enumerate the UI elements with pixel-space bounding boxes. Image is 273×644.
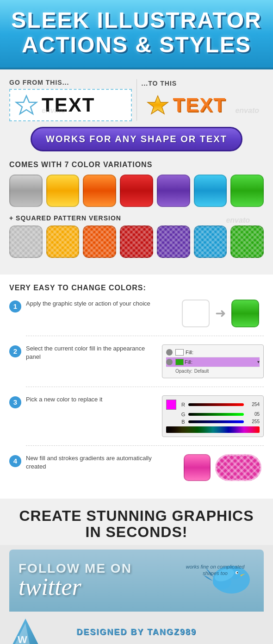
to-text: TEXT bbox=[173, 94, 226, 116]
cp-r-label: R bbox=[180, 402, 186, 407]
from-label: GO FROM THIS... bbox=[9, 79, 132, 86]
stunning-title: CREATE STUNNING GRAPHICS IN SECONDS! bbox=[9, 508, 264, 540]
bottom-section: W DESIGNED BY TANGZ989 bbox=[0, 612, 273, 644]
swatch-pattern-purple bbox=[157, 225, 190, 258]
twitter-content-row: FOLLOW ME ON twitter bbox=[19, 559, 254, 602]
swatch-gray bbox=[9, 175, 43, 207]
ap-eye-2 bbox=[166, 359, 173, 365]
swatch-pattern-green bbox=[230, 225, 264, 258]
step-2-text: Select the current color fill in the app… bbox=[26, 344, 157, 361]
step-2-text-col: Select the current color fill in the app… bbox=[26, 344, 162, 361]
pink-square bbox=[184, 454, 211, 481]
step-2-image: Fill: Fill: ▾ Opacity: Default bbox=[162, 344, 264, 378]
cp-g-slider bbox=[188, 413, 244, 416]
step-3-text: Pick a new color to replace it bbox=[26, 395, 157, 404]
star-gold-icon bbox=[146, 94, 169, 117]
header-title: SLEEK ILLUSTRATOR ACTIONS & STYLES bbox=[9, 8, 264, 57]
swatch-pattern-orange bbox=[83, 225, 116, 258]
svg-marker-0 bbox=[16, 96, 37, 114]
step-1-text-col: Apply the graphic style or action of you… bbox=[26, 300, 162, 308]
ap-row-2[interactable]: Fill: ▾ bbox=[166, 357, 260, 367]
appearance-panel: Fill: Fill: ▾ Opacity: Default bbox=[162, 344, 264, 378]
to-section: ...TO THIS TEXT bbox=[142, 80, 264, 120]
cp-b-label: B bbox=[180, 419, 186, 425]
step-divider-3 bbox=[26, 445, 264, 446]
ap-fill-box-1 bbox=[175, 349, 184, 356]
from-section: GO FROM THIS... TEXT bbox=[9, 79, 132, 121]
cp-row-g: G 05 bbox=[166, 412, 260, 417]
star-outline-icon bbox=[15, 94, 38, 117]
ap-opacity-label: Opacity: bbox=[175, 369, 192, 374]
cp-b-value: 255 bbox=[247, 419, 260, 424]
ap-label-2: Fill: bbox=[185, 359, 257, 365]
step-4-number: 4 bbox=[9, 455, 21, 467]
designed-by-text: DESIGNED BY TANGZ989 bbox=[76, 627, 196, 637]
green-square bbox=[231, 300, 259, 327]
pink-pattern-rect bbox=[215, 454, 261, 481]
stunning-section: CREATE STUNNING GRAPHICS IN SECONDS! bbox=[0, 499, 273, 545]
to-label: ...TO THIS bbox=[142, 80, 264, 87]
step-1-text: Apply the graphic style or action of you… bbox=[26, 300, 157, 308]
step-1-row: 1 Apply the graphic style or action of y… bbox=[9, 300, 264, 327]
cp-rainbow-bar bbox=[166, 426, 260, 433]
step-1-number: 1 bbox=[9, 300, 21, 313]
step-2-number: 2 bbox=[9, 345, 21, 357]
header-title-line1: SLEEK ILLUSTRATOR bbox=[11, 8, 262, 32]
cp-r-value: 254 bbox=[247, 402, 260, 407]
twitter-section: FOLLOW ME ON twitter bbox=[9, 550, 264, 612]
twitter-bird-col: works fine on complicated shapes too bbox=[204, 559, 254, 602]
to-content: TEXT bbox=[142, 90, 264, 120]
swatch-red bbox=[120, 175, 153, 207]
ap-dropdown: ▾ bbox=[257, 359, 260, 364]
shape-button[interactable]: WORKS FOR ANY SHAPE OR TEXT bbox=[31, 127, 242, 151]
cp-g-label: G bbox=[180, 412, 186, 417]
color-swatches bbox=[9, 175, 264, 207]
step-1-image: ➜ bbox=[162, 300, 264, 327]
ap-row-1: Fill: bbox=[166, 348, 260, 357]
header-title-line2: ACTIONS & STYLES bbox=[22, 32, 251, 57]
bottom-logo-icon: W bbox=[9, 616, 42, 644]
twitter-logo-text[interactable]: twitter bbox=[19, 575, 204, 599]
step-3-text-col: Pick a new color to replace it bbox=[26, 395, 162, 404]
step4-visual bbox=[162, 454, 264, 481]
step-3-row: 3 Pick a new color to replace it R 254 G… bbox=[9, 395, 264, 437]
ap-label-1: Fill: bbox=[186, 350, 260, 355]
step-2-row: 2 Select the current color fill in the a… bbox=[9, 344, 264, 378]
swatch-pattern-gray bbox=[9, 225, 43, 258]
step-divider-2 bbox=[26, 387, 264, 387]
shape-button-wrap: WORKS FOR ANY SHAPE OR TEXT bbox=[9, 127, 264, 151]
header: SLEEK ILLUSTRATOR ACTIONS & STYLES bbox=[0, 0, 273, 69]
step-4-text: New fill and strokes gradients are autom… bbox=[26, 454, 157, 471]
white-square bbox=[182, 300, 210, 327]
from-to-section: GO FROM THIS... TEXT ...TO THIS bbox=[9, 79, 264, 121]
twitter-follow-text: FOLLOW ME ON bbox=[19, 562, 204, 575]
from-content: TEXT bbox=[9, 89, 132, 121]
ap-fill-green bbox=[175, 359, 184, 365]
colors-title: COMES WITH 7 COLOR VARIATIONS bbox=[9, 161, 264, 169]
step-divider-1 bbox=[26, 336, 264, 336]
cp-row-r: R 254 bbox=[166, 400, 260, 410]
swatch-blue bbox=[194, 175, 227, 207]
swatch-pattern-red bbox=[120, 225, 153, 258]
cp-color-preview bbox=[166, 400, 176, 410]
from-text: TEXT bbox=[42, 94, 95, 116]
step1-visual: ➜ bbox=[162, 300, 264, 327]
pattern-label: + SQUARED PATTERN VERSION bbox=[9, 214, 264, 222]
svg-marker-1 bbox=[148, 96, 168, 114]
cp-b-slider bbox=[188, 420, 244, 423]
easy-title: VERY EASY TO CHANGE COLORS: bbox=[9, 284, 264, 292]
swatch-orange bbox=[83, 175, 116, 207]
twitter-text-col: FOLLOW ME ON twitter bbox=[19, 562, 204, 599]
color-picker-panel: R 254 G 05 B 255 bbox=[162, 395, 264, 437]
swatch-yellow bbox=[46, 175, 80, 207]
svg-text:W: W bbox=[18, 634, 27, 644]
easy-colors-section: VERY EASY TO CHANGE COLORS: 1 Apply the … bbox=[0, 275, 273, 499]
step-3-image: R 254 G 05 B 255 bbox=[162, 395, 264, 437]
ap-row-3: Opacity: Default bbox=[166, 367, 260, 375]
cp-g-value: 05 bbox=[247, 412, 260, 417]
twitter-wrapper: FOLLOW ME ON twitter bbox=[0, 545, 273, 612]
arrow-icon: ➜ bbox=[215, 306, 226, 321]
section-divider bbox=[136, 79, 137, 121]
step-4-row: 4 New fill and strokes gradients are aut… bbox=[9, 454, 264, 481]
cp-row-b: B 255 bbox=[166, 419, 260, 425]
